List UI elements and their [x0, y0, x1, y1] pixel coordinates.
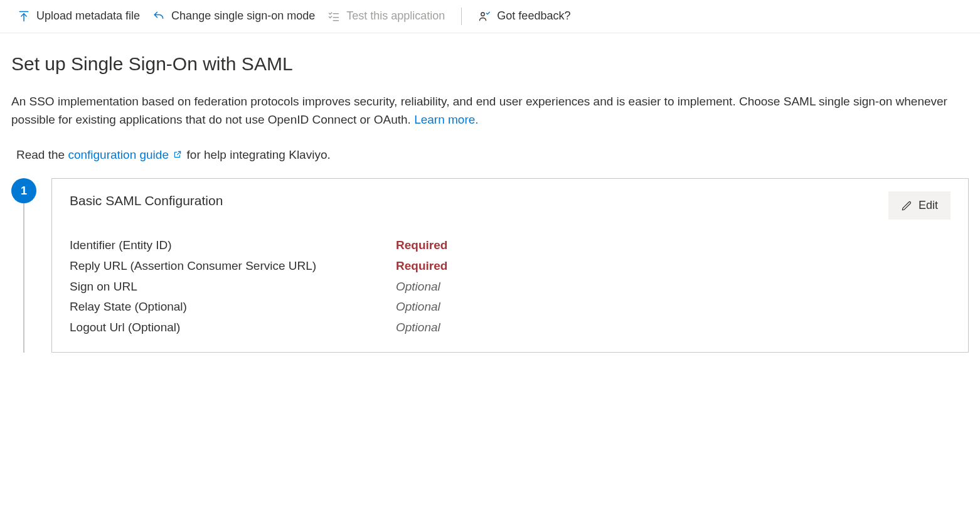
step-number-badge: 1 [11, 178, 36, 203]
person-feedback-icon [478, 10, 491, 23]
step-rail: 1 [11, 178, 36, 353]
step-connector-line [23, 203, 24, 353]
undo-icon [152, 10, 165, 23]
feedback-label: Got feedback? [497, 8, 570, 24]
card-header: Basic SAML Configuration Edit [70, 191, 951, 220]
external-link-icon [173, 150, 182, 159]
field-label: Sign on URL [70, 279, 396, 296]
basic-saml-card: Basic SAML Configuration Edit Identifier… [51, 178, 969, 353]
upload-metadata-label: Upload metadata file [36, 8, 140, 24]
toolbar: Upload metadata file Change single sign-… [0, 0, 980, 33]
configuration-guide-link[interactable]: configuration guide [68, 148, 183, 161]
field-label: Logout Url (Optional) [70, 319, 396, 336]
field-value: Optional [396, 299, 951, 316]
change-mode-label: Change single sign-on mode [171, 8, 315, 24]
intro-body: An SSO implementation based on federatio… [11, 95, 947, 126]
guide-text: Read the configuration guide for help in… [16, 147, 969, 164]
field-value: Required [396, 258, 951, 275]
feedback-button[interactable]: Got feedback? [478, 8, 570, 24]
toolbar-separator [461, 8, 462, 25]
field-value: Optional [396, 279, 951, 296]
field-label: Identifier (Entity ID) [70, 237, 396, 254]
upload-icon [18, 10, 30, 23]
field-table: Identifier (Entity ID) Required Reply UR… [70, 237, 951, 336]
test-application-label: Test this application [346, 8, 445, 24]
card-title: Basic SAML Configuration [70, 191, 223, 210]
field-label: Reply URL (Assertion Consumer Service UR… [70, 258, 396, 275]
learn-more-link[interactable]: Learn more. [414, 113, 478, 126]
upload-metadata-button[interactable]: Upload metadata file [18, 8, 140, 24]
edit-button[interactable]: Edit [888, 191, 951, 220]
field-value: Required [396, 237, 951, 254]
svg-point-5 [481, 13, 484, 16]
field-label: Relay State (Optional) [70, 299, 396, 316]
change-mode-button[interactable]: Change single sign-on mode [152, 8, 315, 24]
field-value: Optional [396, 319, 951, 336]
checklist-icon [328, 10, 340, 23]
pencil-icon [901, 200, 912, 211]
edit-button-label: Edit [919, 199, 938, 212]
page-title: Set up Single Sign-On with SAML [11, 51, 969, 77]
guide-link-text: configuration guide [68, 148, 169, 161]
guide-suffix: for help integrating Klaviyo. [183, 148, 330, 161]
guide-prefix: Read the [16, 148, 68, 161]
test-application-button: Test this application [328, 8, 445, 24]
content: Set up Single Sign-On with SAML An SSO i… [0, 33, 980, 378]
intro-text: An SSO implementation based on federatio… [11, 92, 969, 129]
step-1-row: 1 Basic SAML Configuration Edit Identifi… [11, 178, 969, 353]
